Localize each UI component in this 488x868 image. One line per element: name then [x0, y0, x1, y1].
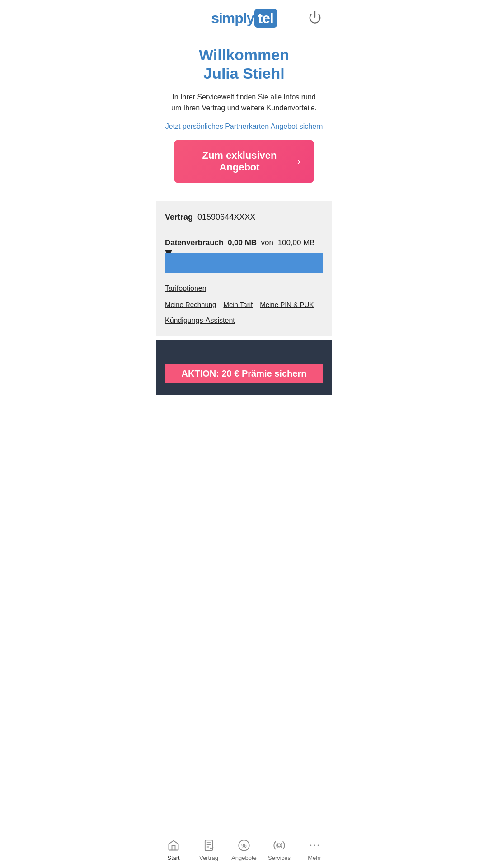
promo-banner[interactable]: AKTION: 20 € Prämie sichern	[156, 340, 332, 395]
nav-vertrag[interactable]: Vertrag	[191, 839, 226, 861]
services-icon	[272, 839, 286, 852]
welcome-title: Willkommen Julia Stiehl	[165, 46, 323, 83]
svg-point-8	[310, 845, 311, 846]
nav-start[interactable]: Start	[156, 839, 191, 861]
nav-angebote[interactable]: % Angebote	[226, 839, 262, 861]
svg-point-7	[278, 844, 281, 847]
contract-number: Vertrag 01590644XXXX	[165, 212, 323, 222]
bottom-nav: Start Vertrag % Angebote	[156, 834, 332, 868]
logo: simply tel	[211, 9, 277, 28]
nav-services-label: Services	[268, 854, 291, 861]
progress-fill	[165, 253, 323, 273]
contract-icon	[202, 839, 216, 852]
nav-services[interactable]: Services	[262, 839, 297, 861]
cta-button[interactable]: Zum exklusiven Angebot ›	[174, 140, 314, 183]
power-button[interactable]	[307, 9, 323, 25]
home-icon	[167, 839, 180, 852]
more-icon	[308, 839, 321, 852]
offers-icon: %	[237, 839, 251, 852]
logo-simply: simply	[211, 10, 254, 27]
welcome-section: Willkommen Julia Stiehl In Ihrer Service…	[156, 32, 332, 201]
header: simply tel	[156, 0, 332, 32]
nav-mehr-label: Mehr	[308, 854, 321, 861]
nav-angebote-label: Angebote	[231, 854, 257, 861]
svg-text:%: %	[241, 842, 247, 849]
meine-rechnung-link[interactable]: Meine Rechnung	[165, 301, 216, 308]
welcome-subtitle: In Ihrer Servicewelt finden Sie alle Inf…	[165, 92, 323, 113]
progress-bar	[165, 253, 323, 273]
meine-pin-puk-link[interactable]: Meine PIN & PUK	[260, 301, 314, 308]
svg-point-9	[314, 845, 315, 846]
kuendigung-link[interactable]: Kündigungs-Assistent	[165, 316, 323, 325]
promo-text: AKTION: 20 € Prämie sichern	[165, 364, 323, 383]
nav-start-label: Start	[167, 854, 179, 861]
logo-tel: tel	[254, 9, 277, 28]
tarifoptionen-link[interactable]: Tarifoptionen	[165, 284, 323, 292]
nav-mehr[interactable]: Mehr	[297, 839, 332, 861]
svg-point-10	[318, 845, 319, 846]
divider	[165, 229, 323, 229]
nav-vertrag-label: Vertrag	[199, 854, 218, 861]
data-usage-label: Datenverbrauch 0,00 MB von 100,00 MB	[165, 238, 323, 247]
links-section: Tarifoptionen Meine Rechnung Mein Tarif …	[165, 284, 323, 325]
account-links-row: Meine Rechnung Mein Tarif Meine PIN & PU…	[165, 301, 323, 308]
cta-chevron-icon: ›	[297, 155, 300, 168]
mein-tarif-link[interactable]: Mein Tarif	[223, 301, 253, 308]
partner-link[interactable]: Jetzt persönliches Partnerkarten Angebot…	[165, 123, 323, 131]
contract-card: Vertrag 01590644XXXX Datenverbrauch 0,00…	[156, 201, 332, 336]
